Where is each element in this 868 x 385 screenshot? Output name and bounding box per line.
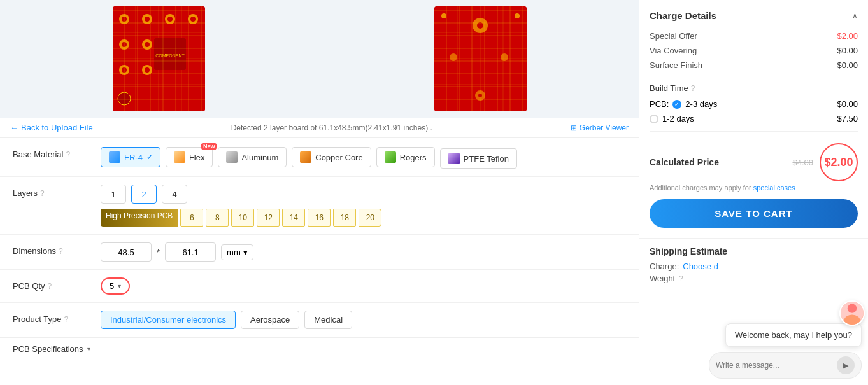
divider-1 bbox=[650, 78, 858, 78]
svg-point-39 bbox=[441, 13, 446, 18]
base-material-label: Base Material ? bbox=[13, 146, 96, 159]
hp-label: High Precision PCB bbox=[101, 209, 178, 227]
flex-icon bbox=[174, 151, 185, 163]
save-to-cart-btn[interactable]: SAVE TO CART bbox=[650, 199, 858, 228]
material-copper-btn[interactable]: Copper Core bbox=[292, 147, 371, 167]
shipping-choose-link[interactable]: Choose d bbox=[683, 262, 718, 271]
special-offer-label: Special Offer bbox=[650, 31, 697, 41]
layer-8-btn[interactable]: 8 bbox=[206, 209, 229, 227]
chat-bubble: Welcome back, may I help you? bbox=[725, 323, 862, 347]
layer-16-btn[interactable]: 16 bbox=[308, 209, 331, 227]
material-ptfe-btn[interactable]: PTFE Teflon bbox=[440, 148, 517, 169]
pcb-preview: COMPONENT bbox=[0, 0, 639, 118]
chat-avatar[interactable] bbox=[839, 300, 865, 326]
dimension-width-input[interactable] bbox=[101, 242, 152, 262]
base-material-options: FR-4 ✓ Flex New Aluminum Copper Core bbox=[101, 146, 626, 169]
pcb-qty-label: PCB Qty ? bbox=[13, 277, 96, 291]
svg-point-42 bbox=[848, 304, 857, 312]
base-material-help-icon[interactable]: ? bbox=[66, 150, 70, 159]
back-label: Back to Upload File bbox=[21, 123, 93, 132]
svg-point-11 bbox=[165, 14, 175, 24]
svg-point-8 bbox=[122, 17, 127, 22]
special-offer-row: Special Offer $2.00 bbox=[650, 29, 858, 43]
option-23-label: 2-3 days bbox=[685, 99, 717, 109]
new-flex-badge: New bbox=[201, 143, 218, 150]
shipping-title: Shipping Estimate bbox=[650, 246, 858, 256]
svg-point-25 bbox=[118, 92, 131, 105]
layer-10-btn[interactable]: 10 bbox=[231, 209, 254, 227]
svg-point-17 bbox=[142, 39, 152, 50]
svg-point-33 bbox=[473, 18, 488, 33]
weight-help-icon[interactable]: ? bbox=[679, 274, 683, 283]
product-type-section: Product Type ? Industrial/Consumer elect… bbox=[0, 303, 639, 337]
shipping-charge-label: Charge: bbox=[650, 262, 679, 271]
layer-4-btn[interactable]: 4 bbox=[162, 185, 187, 204]
product-aerospace-btn[interactable]: Aerospace bbox=[241, 311, 299, 329]
material-fr4-btn[interactable]: FR-4 ✓ bbox=[101, 147, 160, 167]
svg-point-20 bbox=[122, 67, 127, 73]
back-to-upload-link[interactable]: ← Back to Upload File bbox=[10, 123, 93, 132]
additional-note: Additional charges may apply for special… bbox=[650, 184, 858, 192]
option-12-radio[interactable] bbox=[650, 115, 658, 123]
layer-20-btn[interactable]: 20 bbox=[359, 209, 381, 227]
shipping-charge-row: Charge: Choose d bbox=[650, 262, 858, 271]
surface-finish-label: Surface Finish bbox=[650, 60, 702, 70]
layers-help-icon[interactable]: ? bbox=[40, 189, 45, 198]
svg-rect-0 bbox=[113, 6, 205, 111]
build-option-12days[interactable]: 1-2 days $7.50 bbox=[650, 111, 858, 126]
arrow-left-icon: ← bbox=[10, 123, 18, 132]
svg-point-10 bbox=[145, 17, 150, 22]
surface-finish-row: Surface Finish $0.00 bbox=[650, 58, 858, 73]
layer-2-btn[interactable]: 2 bbox=[131, 185, 157, 204]
layers-options: 1 2 4 High Precision PCB 6 8 10 12 14 16… bbox=[101, 185, 626, 227]
unit-chevron-icon: ▾ bbox=[243, 248, 248, 257]
shipping-section: Shipping Estimate Charge: Choose d Weigh… bbox=[639, 238, 868, 291]
chat-input-area[interactable]: ▶ bbox=[709, 352, 862, 379]
chat-message-input[interactable] bbox=[716, 361, 833, 370]
calculated-price-row: Calculated Price $4.00 $2.00 bbox=[650, 137, 858, 184]
dimensions-help-icon[interactable]: ? bbox=[59, 247, 63, 256]
qty-arrow-icon: ▾ bbox=[118, 283, 121, 290]
material-rogers-btn[interactable]: Rogers bbox=[376, 147, 435, 167]
chat-send-btn[interactable]: ▶ bbox=[837, 356, 855, 374]
layer-1-btn[interactable]: 1 bbox=[101, 185, 126, 204]
gerber-viewer-link[interactable]: ⊞ Gerber Viewer bbox=[571, 123, 629, 132]
build-option-23days: PCB: ✓ 2-3 days $0.00 bbox=[650, 97, 858, 111]
option-23-check: ✓ bbox=[672, 100, 681, 109]
charge-collapse-btn[interactable]: ∧ bbox=[852, 11, 858, 20]
build-time-section: Build Time ? PCB: ✓ 2-3 days $0.00 1-2 d… bbox=[650, 83, 858, 126]
detected-board-info: Detected 2 layer board of 61.1x48.5mm(2.… bbox=[231, 123, 432, 132]
gerber-label: Gerber Viewer bbox=[580, 123, 629, 132]
via-covering-value: $0.00 bbox=[837, 46, 858, 55]
svg-point-22 bbox=[145, 67, 150, 73]
base-material-section: Base Material ? FR-4 ✓ Flex New Aluminum bbox=[0, 138, 639, 177]
nav-bar: ← Back to Upload File Detected 2 layer b… bbox=[0, 118, 639, 138]
material-flex-btn[interactable]: Flex New bbox=[166, 147, 213, 167]
special-cases-link[interactable]: special cases bbox=[753, 184, 795, 192]
svg-point-36 bbox=[501, 53, 508, 61]
dimension-height-input[interactable] bbox=[165, 242, 216, 262]
svg-point-13 bbox=[188, 14, 198, 24]
option-12-price: $7.50 bbox=[837, 114, 858, 123]
charge-title: Charge Details bbox=[650, 10, 716, 21]
pcb-specs-chevron-icon: ▾ bbox=[87, 346, 90, 353]
layer-14-btn[interactable]: 14 bbox=[282, 209, 305, 227]
option-23-price: $0.00 bbox=[837, 99, 858, 109]
layer-18-btn[interactable]: 18 bbox=[333, 209, 356, 227]
layer-12-btn[interactable]: 12 bbox=[257, 209, 280, 227]
layer-6-btn[interactable]: 6 bbox=[180, 209, 203, 227]
layers-section: Layers ? 1 2 4 High Precision PCB 6 8 10… bbox=[0, 177, 639, 235]
product-industrial-btn[interactable]: Industrial/Consumer electronics bbox=[101, 311, 236, 329]
pcb-qty-help-icon[interactable]: ? bbox=[48, 282, 52, 291]
svg-point-38 bbox=[478, 94, 482, 97]
pcb-specs-bar[interactable]: PCB Specifications ▾ bbox=[0, 337, 639, 360]
build-time-help-icon[interactable]: ? bbox=[691, 84, 695, 93]
svg-point-21 bbox=[142, 65, 152, 75]
qty-selector[interactable]: 5 ▾ bbox=[101, 277, 130, 295]
product-medical-btn[interactable]: Medical bbox=[304, 311, 352, 329]
pcb-sub-label: PCB: bbox=[650, 99, 669, 109]
dimension-unit-selector[interactable]: mm ▾ bbox=[221, 244, 253, 260]
material-aluminum-btn[interactable]: Aluminum bbox=[218, 147, 287, 167]
product-type-help-icon[interactable]: ? bbox=[64, 315, 68, 324]
product-type-label: Product Type ? bbox=[13, 311, 96, 324]
